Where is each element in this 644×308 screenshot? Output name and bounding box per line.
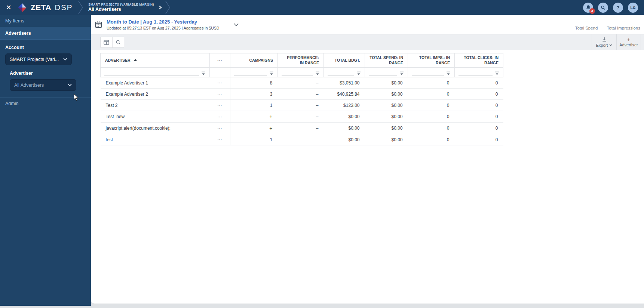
brand-logo[interactable]: ZETA DSP — [17, 3, 73, 13]
table-body: Example Advertiser 1⋯8–$3,051.00$0.0000E… — [101, 77, 503, 145]
sidebar-item-advertisers[interactable]: Advertisers — [0, 27, 91, 40]
date-header: Month to Date | Aug 1, 2025 - Yesterday … — [91, 15, 644, 34]
cell-total_bdgt: $0.00 — [324, 111, 365, 123]
filter-input-total_imps[interactable] — [412, 71, 444, 76]
cell-total_imps: 0 — [408, 123, 455, 134]
column-header-total_bdgt[interactable]: TOTAL BDGT. — [324, 53, 365, 68]
cell-total_spend: $0.00 — [365, 111, 408, 123]
cell-total_spend: $0.00 — [365, 134, 408, 145]
row-actions-button[interactable]: ⋯ — [217, 137, 223, 142]
account-select[interactable]: SMART Projects (Vari... — [5, 53, 72, 65]
cell-total_bdgt: $40,925.84 — [324, 89, 365, 100]
table-row[interactable]: Example Advertiser 2⋯3–$40,925.84$0.0000 — [101, 89, 503, 100]
column-header-campaigns[interactable]: CAMPAIGNS — [230, 53, 278, 68]
notifications-button[interactable]: 3 — [583, 3, 593, 13]
filter-cell-actions — [210, 68, 230, 77]
table-row[interactable]: test⋯1–$0.00$0.0000 — [101, 134, 503, 145]
row-actions-icon: ⋯ — [217, 58, 223, 64]
export-button[interactable]: Export — [592, 34, 616, 50]
column-settings-button[interactable] — [101, 37, 112, 47]
cell-total_imps: 0 — [408, 111, 455, 123]
table-row[interactable]: Example Advertiser 1⋯8–$3,051.00$0.0000 — [101, 77, 503, 89]
cell-total_imps: 0 — [408, 100, 455, 111]
help-button[interactable]: ? — [613, 3, 623, 13]
advertiser-name[interactable]: Test_new — [101, 111, 210, 123]
filter-icon[interactable] — [495, 71, 499, 76]
table-search-button[interactable] — [112, 37, 124, 47]
filter-cell-performance — [278, 68, 324, 77]
column-header-total_spend[interactable]: TOTAL SPEND: IN RANGE — [365, 53, 408, 68]
app-screen: ✕ ZETA DSP SMART PROJECTS (VARIABLE MARG… — [0, 0, 644, 308]
table-row[interactable]: javacript:alert(document.cookie);⋯+–$0.0… — [101, 123, 503, 134]
cell-campaigns: 1 — [230, 100, 278, 111]
row-actions-button[interactable]: ⋯ — [217, 80, 223, 86]
cell-total_bdgt: $3,051.00 — [324, 77, 365, 89]
breadcrumb-next-icon[interactable] — [159, 5, 162, 10]
total-impressions-stat: -- Total Impressions — [603, 15, 644, 34]
advertiser-name[interactable]: Test 2 — [101, 100, 210, 111]
breadcrumb[interactable]: SMART PROJECTS (VARIABLE MARGIN) All Adv… — [88, 3, 154, 12]
column-header-total_imps[interactable]: TOTAL IMPS.: IN RANGE — [408, 53, 455, 68]
row-actions-cell: ⋯ — [210, 111, 230, 123]
column-header-advertiser[interactable]: ADVERTISER — [101, 53, 210, 68]
row-actions-button[interactable]: ⋯ — [217, 91, 223, 97]
filter-input-total_spend[interactable] — [369, 71, 397, 76]
advertiser-name[interactable]: Example Advertiser 2 — [101, 89, 210, 100]
breadcrumb-page: All Advertisers — [88, 7, 154, 12]
sidebar-item-my-items[interactable]: My Items — [0, 15, 91, 27]
add-advertiser-button[interactable]: + Advertiser — [616, 34, 641, 50]
row-actions-button[interactable]: ⋯ — [217, 114, 223, 120]
filter-cell-total_spend — [365, 68, 408, 77]
filter-icon[interactable] — [201, 71, 206, 76]
breadcrumb-account: SMART PROJECTS (VARIABLE MARGIN) — [88, 3, 154, 6]
row-actions-cell: ⋯ — [210, 100, 230, 111]
advertiser-select[interactable]: All Advertisers — [10, 79, 76, 91]
advertiser-name[interactable]: javacript:alert(document.cookie); — [101, 123, 210, 134]
filter-icon[interactable] — [315, 71, 320, 76]
advertisers-table: ADVERTISER⋯CAMPAIGNSPERFORMANCE: IN RANG… — [100, 53, 503, 145]
close-icon[interactable]: ✕ — [0, 3, 17, 12]
summary-stats: -- Total Spend -- Total Impressions — [570, 15, 644, 34]
filter-input-total_bdgt[interactable] — [328, 71, 354, 76]
filter-input-advertiser[interactable] — [104, 71, 199, 76]
column-header-performance[interactable]: PERFORMANCE: IN RANGE — [278, 53, 324, 68]
cell-total_clicks: 0 — [455, 134, 503, 145]
search-icon — [601, 5, 605, 10]
filter-input-performance[interactable] — [282, 71, 313, 76]
table-filter-row — [101, 68, 503, 77]
column-header-actions[interactable]: ⋯ — [210, 53, 230, 68]
view-tools-group — [100, 37, 124, 48]
advertiser-name[interactable]: test — [101, 134, 210, 145]
cell-total_spend: $0.00 — [365, 89, 408, 100]
date-range-selector[interactable]: Month to Date | Aug 1, 2025 - Yesterday … — [107, 19, 219, 30]
table-row[interactable]: Test 2⋯1–$123.00$0.0000 — [101, 100, 503, 111]
filter-icon[interactable] — [446, 71, 451, 76]
date-range-title: Month to Date | Aug 1, 2025 - Yesterday — [107, 19, 219, 25]
filter-icon[interactable] — [356, 71, 361, 76]
date-range-chevron-icon[interactable] — [233, 23, 239, 27]
row-actions-button[interactable]: ⋯ — [217, 126, 223, 131]
search-button[interactable] — [598, 3, 608, 13]
filter-input-total_clicks[interactable] — [459, 71, 493, 76]
cell-performance: – — [278, 77, 324, 89]
table-row[interactable]: Test_new⋯+–$0.00$0.0000 — [101, 111, 503, 123]
row-actions-button[interactable]: ⋯ — [217, 102, 223, 108]
zeta-diamond-icon — [17, 3, 27, 13]
cell-total_imps: 0 — [408, 77, 455, 89]
row-actions-cell: ⋯ — [210, 123, 230, 134]
advertiser-subsection: Advertiser All Advertisers — [10, 71, 86, 91]
advertiser-select-value: All Advertisers — [14, 83, 44, 88]
topbar-actions: 3 ? L& — [583, 3, 638, 13]
cell-total_clicks: 0 — [455, 100, 503, 111]
add-campaign-button[interactable]: + — [269, 114, 272, 120]
advertiser-name[interactable]: Example Advertiser 1 — [101, 77, 210, 89]
column-header-total_clicks[interactable]: TOTAL CLICKS: IN RANGE — [455, 53, 503, 68]
date-range-subtitle: Updated at 05:27:13 EST on Aug 27, 2025 … — [107, 26, 219, 30]
filter-icon[interactable] — [269, 71, 274, 76]
filter-icon[interactable] — [399, 71, 404, 76]
add-campaign-button[interactable]: + — [269, 125, 272, 131]
user-avatar[interactable]: L& — [628, 3, 638, 13]
filter-input-campaigns[interactable] — [234, 71, 267, 76]
total-impressions-value: -- — [622, 19, 625, 24]
row-actions-cell: ⋯ — [210, 134, 230, 145]
